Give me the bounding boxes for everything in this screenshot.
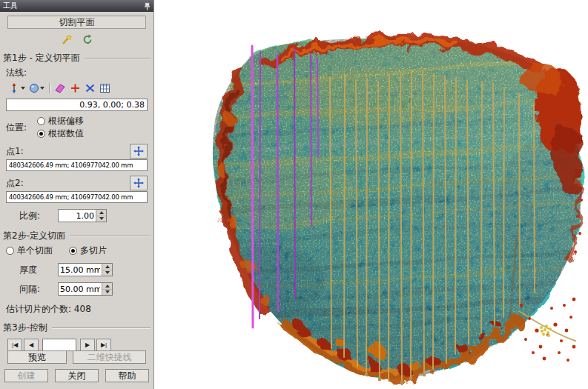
reset-plane-button[interactable]: [79, 32, 96, 47]
panel-titlebar[interactable]: 工具: [0, 0, 153, 12]
point1-input[interactable]: [6, 159, 148, 171]
preview-actions-row: 预览 二维快捷线: [0, 350, 153, 364]
spin-down-button[interactable]: [102, 270, 112, 276]
radio-single-section[interactable]: 单个切面: [6, 245, 53, 256]
point2-input[interactable]: [6, 191, 148, 203]
close-button[interactable]: 关闭: [55, 369, 99, 382]
step1-title: 第1步 - 定义切平面: [3, 52, 80, 64]
position-label: 位置:: [6, 122, 37, 134]
edit-plane-button[interactable]: [58, 32, 76, 47]
table-icon: [99, 83, 110, 93]
position-row: 位置: 根据偏移 根据数值: [0, 116, 153, 139]
radio-by-value-label: 根据数值: [48, 127, 84, 140]
move-cross-icon: [133, 178, 144, 188]
sphere-icon: [29, 83, 39, 93]
scale-spin-buttons: [96, 210, 106, 222]
spin-up-button[interactable]: [102, 283, 112, 290]
previous-slice-button[interactable]: ◀: [24, 339, 39, 351]
spin-up-button[interactable]: [96, 210, 106, 216]
radio-circle-icon[interactable]: [37, 130, 45, 138]
move-cross-icon: [133, 146, 144, 156]
radio-single-section-label: 单个切面: [17, 245, 53, 257]
radio-multi-slice[interactable]: 多切片: [69, 245, 107, 256]
thickness-stepper[interactable]: [58, 263, 113, 276]
interval-stepper[interactable]: [58, 282, 113, 296]
radio-circle-icon[interactable]: [37, 117, 45, 125]
application-window: 工具 切割平面: [0, 0, 588, 389]
slice-playback-controls: |◀ ◀ ▶ ▶|: [0, 339, 153, 351]
radio-by-offset-label: 根据偏移: [48, 115, 84, 127]
scatter-points-yellow: [540, 325, 552, 337]
cutting-plane-header[interactable]: 切割平面: [7, 16, 146, 29]
thickness-input[interactable]: [59, 264, 102, 276]
triangle-down-icon: [105, 290, 110, 293]
point1-row: 点1:: [0, 144, 153, 159]
radio-multi-slice-label: 多切片: [80, 245, 107, 257]
interval-spin-buttons: [102, 283, 112, 295]
move-plane-button[interactable]: [68, 82, 82, 95]
slice-index-input[interactable]: [42, 339, 76, 351]
scale-stepper[interactable]: [58, 209, 107, 222]
triangle-up-icon: [105, 285, 110, 287]
normal-label-row: 法线:: [0, 67, 153, 79]
point1-label: 点1:: [6, 145, 24, 158]
radio-by-value[interactable]: 根据数值: [37, 128, 84, 139]
thickness-row: 厚度: [0, 263, 153, 276]
interval-row: 间隔:: [0, 282, 153, 296]
triangle-up-icon: [99, 211, 104, 214]
caret-down-icon: [21, 87, 25, 90]
first-slice-button[interactable]: |◀: [7, 339, 22, 351]
next-icon: ▶: [85, 342, 90, 348]
last-icon: ▶|: [101, 342, 107, 348]
plane-x-button[interactable]: [53, 82, 67, 95]
invert-normal-icon: [9, 83, 20, 93]
point-cloud-render: [154, 0, 588, 389]
triangle-down-icon: [99, 217, 104, 220]
help-button[interactable]: 帮助: [105, 369, 149, 382]
scale-input[interactable]: [59, 210, 96, 222]
preview-button[interactable]: 预览: [7, 350, 67, 364]
pick-point1-button[interactable]: [130, 144, 148, 159]
toolbar-separator: [49, 83, 50, 93]
step3-group-title: 第3步-控制: [0, 322, 153, 334]
cutting-plane-header-label: 切割平面: [59, 17, 95, 27]
first-icon: |◀: [12, 342, 18, 348]
pick-point2-button[interactable]: [130, 176, 148, 190]
step2-group-title: 第2步-定义切面: [0, 230, 153, 242]
position-options: 根据偏移 根据数值: [37, 116, 84, 139]
radio-circle-icon[interactable]: [69, 247, 77, 255]
invert-normal-button[interactable]: [7, 82, 27, 95]
point2-label: 点2:: [6, 177, 24, 190]
pin-icon[interactable]: [144, 2, 151, 10]
radio-by-offset[interactable]: 根据偏移: [37, 116, 84, 127]
tools-panel: 工具 切割平面: [0, 0, 154, 389]
point2-value-row: [0, 191, 153, 203]
normal-toolbar: [0, 81, 153, 96]
create-button: 创建: [4, 369, 48, 382]
last-slice-button[interactable]: ▶|: [96, 339, 111, 351]
spin-down-button[interactable]: [102, 290, 112, 296]
thickness-spin-buttons: [102, 264, 112, 276]
triangle-down-icon: [105, 271, 110, 274]
plane-x-icon: [54, 83, 66, 93]
interval-input[interactable]: [59, 283, 102, 295]
caret-down-icon: [40, 87, 44, 90]
align-axes-button[interactable]: [83, 82, 97, 95]
step2-title: 第2步-定义切面: [3, 230, 65, 242]
step3-title: 第3步-控制: [3, 322, 47, 334]
spin-up-button[interactable]: [102, 264, 112, 270]
red-cross-arrows-icon: [70, 83, 81, 93]
step1-group-title: 第1步 - 定义切平面: [0, 52, 153, 64]
spin-down-button[interactable]: [96, 216, 106, 222]
viewport-3d[interactable]: [154, 0, 588, 389]
matrix-table-button[interactable]: [98, 82, 112, 95]
normal-value-row: [0, 99, 153, 111]
scale-label: 比例:: [19, 210, 58, 222]
point2-row: 点2:: [0, 176, 153, 190]
pick-direction-button[interactable]: [27, 82, 46, 95]
next-slice-button[interactable]: ▶: [80, 339, 95, 351]
section-toolbar: [0, 31, 153, 47]
normal-input[interactable]: [6, 99, 148, 111]
normal-label: 法线:: [6, 67, 27, 79]
radio-circle-icon[interactable]: [6, 247, 14, 255]
